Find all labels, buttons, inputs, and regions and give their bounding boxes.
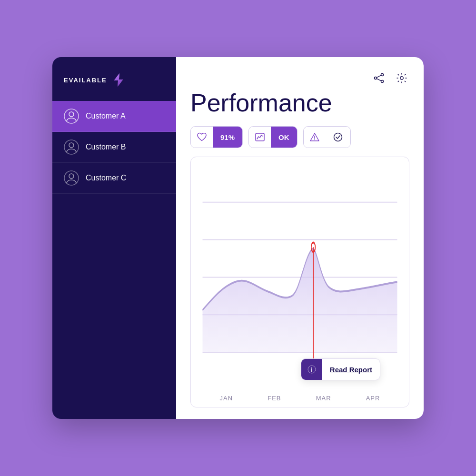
metrics-row: 91% OK [190,126,409,148]
alert-value [326,127,350,148]
sidebar: EVAILABLE C [52,57,176,419]
read-report-link[interactable]: Read Report [322,366,380,374]
health-icon-part [191,127,213,148]
chart-line-icon [255,132,265,142]
svg-point-13 [400,77,403,79]
sidebar-item-customer-a[interactable]: Customer A [52,101,176,132]
sidebar-label-customer-c: Customer C [86,174,126,182]
gear-icon [396,72,407,84]
sidebar-label-customer-a: Customer A [86,112,126,120]
checkmark-circle-icon [333,132,343,142]
sidebar-item-customer-c[interactable]: Customer C [52,163,176,194]
app-name: EVAILABLE [64,77,107,84]
app-container: EVAILABLE C [52,57,424,419]
share-button[interactable] [371,70,387,86]
sidebar-item-customer-b[interactable]: Customer B [52,132,176,163]
avatar-icon-a [64,109,79,124]
settings-button[interactable] [394,70,409,86]
page-title: Performance [190,89,409,117]
share-icon [374,73,384,83]
chart-status-value: OK [271,127,297,148]
info-icon: i [307,365,316,374]
svg-text:i: i [311,366,313,373]
metric-health[interactable]: 91% [190,126,243,148]
alert-icon-part [304,127,326,148]
x-label-jan: JAN [220,395,233,402]
performance-chart [198,165,401,390]
logo-area: EVAILABLE [52,57,176,101]
svg-point-17 [334,133,342,141]
customer-nav: Customer A Customer B Customer C [52,101,176,419]
svg-point-3 [69,112,74,117]
x-label-feb: FEB [268,395,281,402]
svg-line-11 [377,75,381,78]
chart-tooltip: i Read Report [301,358,380,380]
main-content: Performance 91% OK [176,57,424,419]
x-label-apr: APR [366,395,380,402]
svg-point-7 [69,174,74,178]
avatar-icon-c [64,170,79,186]
lightning-icon [112,72,125,88]
top-bar [190,70,409,86]
svg-point-9 [375,77,377,79]
metric-chart-status[interactable]: OK [248,126,298,148]
metric-alert[interactable] [303,126,351,148]
warning-icon [309,132,320,142]
svg-marker-1 [114,73,123,87]
heart-icon [197,132,207,142]
svg-point-16 [314,139,315,140]
svg-line-12 [377,79,381,81]
chart-container: JAN FEB MAR APR i Read Report [190,157,409,407]
sidebar-label-customer-b: Customer B [86,143,126,151]
avatar-icon-b [64,139,79,155]
chart-status-icon-part [249,127,271,148]
health-value: 91% [213,127,242,148]
svg-point-8 [381,74,384,76]
chart-x-labels: JAN FEB MAR APR [198,392,401,407]
tooltip-info-icon: i [301,359,322,380]
svg-point-10 [381,80,384,83]
x-label-mar: MAR [316,395,331,402]
svg-point-5 [69,143,74,148]
